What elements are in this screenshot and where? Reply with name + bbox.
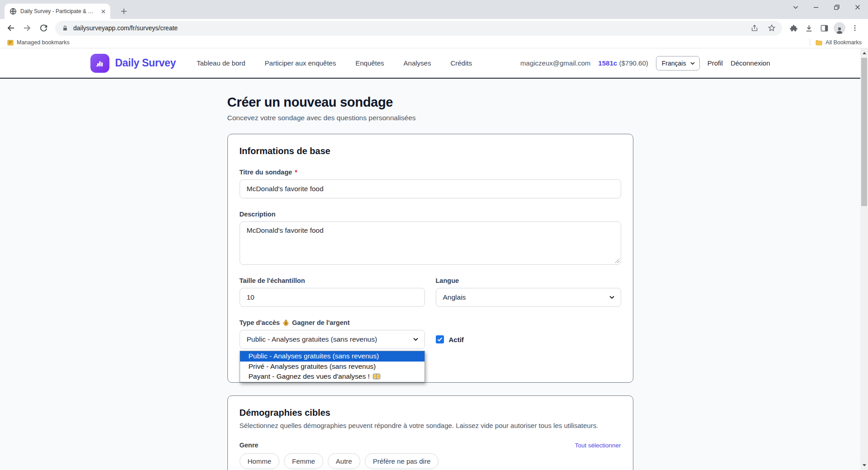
survey-language-value: Anglais (443, 293, 466, 301)
user-email: magiczeux@gmail.com (520, 59, 590, 67)
url-text[interactable]: dailysurveyapp.com/fr/surveys/create (73, 24, 743, 32)
scrollbar-thumb[interactable] (861, 58, 867, 206)
managed-bookmarks-icon (7, 39, 14, 46)
genre-label: Genre (240, 442, 259, 449)
browser-tab-strip: Daily Survey - Participate & Earn (0, 0, 868, 19)
resize-grip-icon[interactable] (615, 258, 619, 263)
demographics-heading: Démographies cibles (240, 408, 621, 418)
sample-size-input[interactable] (240, 288, 425, 307)
window-minimize-icon[interactable] (810, 1, 822, 13)
genre-pill-homme[interactable]: Homme (240, 453, 280, 469)
access-type-label: Type d'accès $ Gagner de l'argent (240, 319, 621, 326)
chevron-down-icon (609, 296, 614, 299)
nav-participate[interactable]: Participer aux enquêtes (265, 59, 336, 67)
new-tab-button[interactable] (118, 5, 130, 18)
logout-link[interactable]: Déconnexion (731, 59, 770, 67)
title-label: Titre du sondage * (240, 169, 621, 176)
language-select[interactable]: Français (656, 56, 700, 70)
browser-toolbar: dailysurveyapp.com/fr/surveys/create (0, 19, 868, 37)
svg-text:$: $ (285, 321, 287, 325)
nav-credits[interactable]: Crédits (450, 59, 472, 67)
active-label: Actif (449, 336, 464, 343)
app-logo[interactable] (90, 54, 109, 73)
money-bag-icon: $ (283, 320, 289, 326)
demographics-card: Démographies cibles Sélectionnez quelles… (227, 395, 633, 470)
banknote-icon (373, 374, 380, 379)
genre-pill-prefere-ne-pas-dire[interactable]: Préfère ne pas dire (365, 453, 439, 469)
web-page: Daily Survey Tableau de bord Participer … (0, 48, 860, 470)
access-type-select[interactable]: Public - Analyses gratuites (sans revenu… (240, 330, 425, 349)
managed-bookmarks[interactable]: Managed bookmarks (7, 39, 70, 46)
page-title: Créer un nouveau sondage (227, 94, 633, 110)
basic-info-card: Informations de base Titre du sondage * … (227, 134, 633, 383)
lock-icon[interactable] (62, 25, 68, 32)
genre-pill-femme[interactable]: Femme (284, 453, 323, 469)
forward-icon[interactable] (20, 21, 34, 35)
page-scrollbar[interactable] (860, 48, 868, 470)
dropdown-option-paid[interactable]: Payant - Gagnez des vues d'analyses ! (240, 371, 425, 382)
all-bookmarks[interactable]: All Bookmarks (816, 39, 862, 46)
basic-info-heading: Informations de base (240, 146, 621, 156)
nav-dashboard[interactable]: Tableau de bord (197, 59, 245, 67)
profile-avatar[interactable] (833, 21, 846, 35)
reload-icon[interactable] (36, 21, 51, 35)
survey-title-input[interactable] (240, 179, 621, 198)
bar-chart-icon (95, 58, 105, 68)
required-asterisk: * (295, 169, 297, 176)
dropdown-option-public[interactable]: Public - Analyses gratuites (sans revenu… (240, 351, 425, 362)
credits-amount: 1581c (598, 59, 617, 67)
back-icon[interactable] (4, 21, 18, 35)
sample-size-label: Taille de l'échantillon (240, 277, 425, 284)
chevron-down-icon (413, 338, 418, 341)
bookmarks-divider (810, 39, 810, 46)
window-restore-icon[interactable] (831, 1, 843, 13)
side-panel-icon[interactable] (817, 21, 831, 35)
bookmarks-bar: Managed bookmarks All Bookmarks (0, 37, 868, 48)
main-nav: Tableau de bord Participer aux enquêtes … (197, 59, 472, 67)
window-close-icon[interactable] (852, 1, 863, 13)
share-icon[interactable] (748, 21, 761, 35)
language-select-value: Français (662, 60, 686, 67)
bookmark-star-icon[interactable] (765, 21, 778, 35)
extensions-icon[interactable] (787, 21, 800, 35)
tab-title: Daily Survey - Participate & Earn (20, 8, 96, 14)
active-checkbox[interactable] (436, 335, 444, 343)
globe-icon (9, 8, 17, 15)
all-bookmarks-label: All Bookmarks (826, 39, 862, 46)
description-textarea[interactable]: McDonald's favorite food (240, 221, 621, 265)
language-label: Langue (436, 277, 621, 284)
nav-surveys[interactable]: Enquêtes (355, 59, 384, 67)
page-subtitle: Concevez votre sondage avec des question… (227, 114, 633, 122)
scrollbar-down-arrow[interactable] (860, 461, 868, 469)
tab-search-chevron-icon[interactable] (790, 1, 802, 13)
credits-usd: ($790.60) (619, 59, 648, 67)
genre-pill-autre[interactable]: Autre (328, 453, 360, 469)
access-type-dropdown: Public - Analyses gratuites (sans revenu… (240, 351, 425, 382)
dropdown-option-private[interactable]: Privé - Analyses gratuites (sans revenus… (240, 362, 425, 372)
nav-analytics[interactable]: Analyses (404, 59, 431, 67)
brand-name[interactable]: Daily Survey (115, 57, 176, 69)
select-all-link[interactable]: Tout sélectionner (575, 442, 621, 449)
folder-icon (816, 40, 822, 46)
profile-link[interactable]: Profil (708, 59, 723, 67)
app-header: Daily Survey Tableau de bord Participer … (0, 48, 860, 79)
credits-balance: 1581c ($790.60) (598, 59, 648, 67)
access-type-value: Public - Analyses gratuites (sans revenu… (247, 335, 377, 343)
demographics-subtitle: Sélectionnez quelles démographies peuven… (240, 422, 621, 429)
description-label: Description (240, 211, 621, 218)
download-icon[interactable] (802, 21, 816, 35)
browser-tab[interactable]: Daily Survey - Participate & Earn (5, 4, 110, 19)
scrollbar-up-arrow[interactable] (860, 49, 868, 57)
chevron-down-icon (690, 62, 695, 65)
managed-bookmarks-label: Managed bookmarks (17, 39, 70, 46)
tab-close-icon[interactable] (100, 8, 107, 15)
check-icon (437, 337, 443, 342)
menu-kebab-icon[interactable] (848, 21, 862, 35)
survey-language-select[interactable]: Anglais (436, 288, 621, 307)
address-bar[interactable]: dailysurveyapp.com/fr/surveys/create (55, 21, 782, 36)
